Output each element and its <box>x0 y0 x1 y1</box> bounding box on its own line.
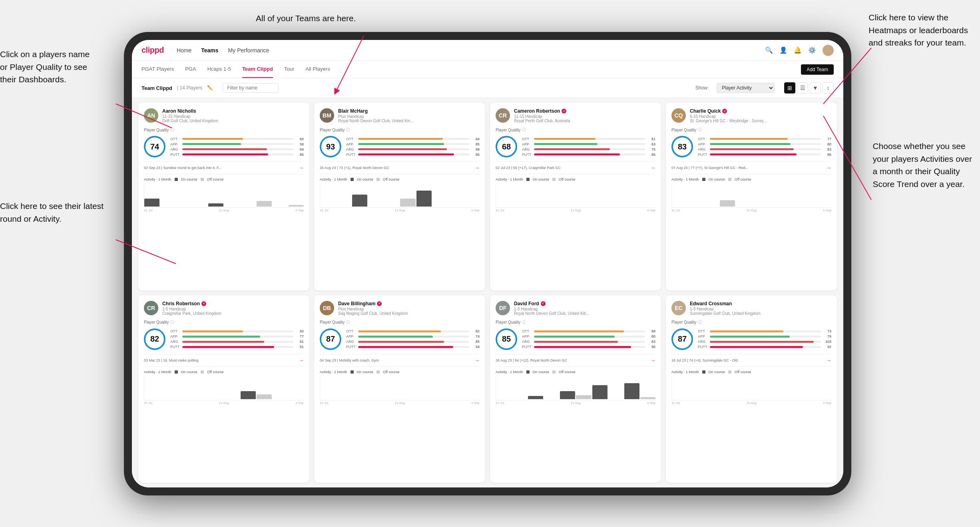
player-card[interactable]: BM Blair McHarg Plus Handicap Royal Nort… <box>314 103 485 290</box>
quality-label: Player Quality ⓘ <box>671 127 831 133</box>
subnav-all-players[interactable]: All Players <box>305 61 330 78</box>
quality-content[interactable]: 87 OTT 73 APP 79 ARG 103 PU <box>671 328 831 350</box>
activity-section: Activity · 1 Month On course Off course … <box>144 366 304 405</box>
activity-chart <box>144 376 304 400</box>
quality-score[interactable]: 82 <box>144 328 165 350</box>
recent-arrow[interactable]: → <box>299 165 304 171</box>
tablet-screen: clippd Home Teams My Performance 🔍 👤 🔔 ⚙… <box>132 40 843 487</box>
edit-icon[interactable]: ✏️ <box>207 85 213 91</box>
quality-score[interactable]: 87 <box>671 328 693 350</box>
player-card[interactable]: DF David Ford ✓ 1-5 Handicap Royal North… <box>490 295 661 483</box>
nav-right: 🔍 👤 🔔 ⚙️ <box>765 45 834 56</box>
player-name[interactable]: Chris Robertson ✓ <box>162 301 304 306</box>
recent-arrow[interactable]: → <box>475 358 480 363</box>
on-course-label: On course <box>181 370 198 374</box>
player-name[interactable]: Aaron Nicholls <box>162 108 304 114</box>
user-icon[interactable]: 👤 <box>779 46 787 54</box>
avatar[interactable] <box>823 45 834 56</box>
settings-icon[interactable]: ⚙️ <box>808 46 816 54</box>
grid-view-button[interactable]: ⊞ <box>784 82 795 93</box>
quality-content[interactable]: 83 OTT 77 APP 80 ARG 83 PUT <box>671 136 831 157</box>
quality-score[interactable]: 83 <box>671 136 693 157</box>
subnav-team-clippd[interactable]: Team Clippd <box>242 61 273 78</box>
stat-ott: OTT 61 <box>522 137 655 141</box>
recent-arrow[interactable]: → <box>651 165 655 171</box>
subnav-pgat[interactable]: PGAT Players <box>141 61 174 78</box>
off-course-label: Off course <box>735 177 751 181</box>
recent-arrow[interactable]: → <box>475 165 480 171</box>
stat-app: APP 63 <box>522 142 655 146</box>
nav-my-performance[interactable]: My Performance <box>228 46 269 55</box>
recent-arrow[interactable]: → <box>827 358 831 363</box>
recent-arrow[interactable]: → <box>651 358 655 363</box>
date-start: 31 Jul <box>496 401 504 405</box>
quality-score[interactable]: 93 <box>320 136 341 157</box>
player-handicap: 11-15 Handicap <box>514 114 655 119</box>
on-course-dot <box>526 370 530 374</box>
add-team-button[interactable]: Add Team <box>801 64 834 75</box>
activity-chart <box>496 376 655 400</box>
date-mid: 21 Aug <box>395 209 405 212</box>
recent-round[interactable]: 02 Jul 23 | 59 (+17), Craigmillar Park G… <box>496 161 655 171</box>
quality-content[interactable]: 85 OTT 89 APP 80 ARG 83 PUT <box>496 328 655 350</box>
player-name[interactable]: Blair McHarg <box>338 108 480 114</box>
recent-round[interactable]: 07 Aug 23 | 77 (+7), St George's Hill GC… <box>671 161 831 171</box>
quality-content[interactable]: 74 OTT 60 APP 58 ARG 84 PUT <box>144 136 304 157</box>
nav-home[interactable]: Home <box>177 46 191 55</box>
recent-round[interactable]: 26 Aug 23 | 73 (+1), Royal North Devon G… <box>320 161 480 171</box>
activity-label: Activity · 1 Month <box>144 370 171 374</box>
subnav-hcaps[interactable]: Hcaps 1-5 <box>207 61 231 78</box>
player-name[interactable]: Edward Crossman <box>690 301 831 306</box>
quality-content[interactable]: 93 OTT 84 APP 85 ARG 88 PUT <box>320 136 480 157</box>
stat-ott: OTT 89 <box>522 329 655 333</box>
player-name[interactable]: Charlie Quick ✓ <box>690 108 831 114</box>
player-name[interactable]: Dave Billingham ✓ <box>338 301 480 306</box>
stat-putt: PUTT 94 <box>346 345 480 349</box>
activity-section: Activity · 1 Month On course Off course … <box>496 366 655 405</box>
player-name[interactable]: Cameron Robertson ✓ <box>514 108 655 114</box>
search-icon[interactable]: 🔍 <box>765 46 773 54</box>
recent-arrow[interactable]: → <box>827 165 831 171</box>
recent-round[interactable]: 02 Sep 23 | Sundew round to get back int… <box>144 161 304 171</box>
filter-input[interactable] <box>223 83 279 93</box>
off-course-dot <box>376 370 380 374</box>
date-end: 4 Sep <box>471 401 480 405</box>
quality-score[interactable]: 87 <box>320 328 341 350</box>
sort-view-button[interactable]: ↕ <box>823 82 834 93</box>
player-handicap: 6-10 Handicap <box>690 114 831 119</box>
nav-teams[interactable]: Teams <box>201 46 218 55</box>
list-view-button[interactable]: ☰ <box>797 82 808 93</box>
recent-round[interactable]: 04 Sep 23 | Mobility with coach, Gym → <box>320 354 480 363</box>
recent-round[interactable]: 03 Mar 23 | 19, Must make putting → <box>144 354 304 363</box>
stat-ott: OTT 82 <box>346 329 480 333</box>
quality-content[interactable]: 68 OTT 61 APP 63 ARG 75 PUT <box>496 136 655 157</box>
subnav-tour[interactable]: Tour <box>284 61 294 78</box>
quality-content[interactable]: 87 OTT 82 APP 74 ARG 85 PUT <box>320 328 480 350</box>
player-card[interactable]: EC Edward Crossman 1-5 Handicap Sunningd… <box>666 295 837 483</box>
recent-round[interactable]: 26 Aug 23 | 84 (+12), Royal North Devon … <box>496 354 655 363</box>
quality-score[interactable]: 74 <box>144 136 165 157</box>
player-card[interactable]: AN Aaron Nicholls 11-15 Handicap Drift G… <box>138 103 309 290</box>
player-card[interactable]: DB Dave Billingham ✓ Plus Handicap Sag M… <box>314 295 485 483</box>
player-club: Sunningdale Golf Club, United Kingdom <box>690 311 831 316</box>
activity-header: Activity · 1 Month On course Off course <box>320 177 480 181</box>
player-card[interactable]: CR Chris Robertson ✓ 1-5 Handicap Craigm… <box>138 295 309 483</box>
subnav-pga[interactable]: PGA <box>185 61 196 78</box>
date-mid: 21 Aug <box>747 209 757 212</box>
quality-score[interactable]: 85 <box>496 328 517 350</box>
quality-label: Player Quality ⓘ <box>320 127 480 133</box>
player-card[interactable]: CQ Charlie Quick ✓ 6-10 Handicap St. Geo… <box>666 103 837 290</box>
quality-score[interactable]: 68 <box>496 136 517 157</box>
bell-icon[interactable]: 🔔 <box>794 46 802 54</box>
recent-arrow[interactable]: → <box>299 358 304 363</box>
stat-ott: OTT 60 <box>170 329 304 333</box>
off-course-dot <box>728 370 731 374</box>
recent-round[interactable]: 18 Jul 23 | 74 (+4), Sunningdale GC - Ol… <box>671 354 831 363</box>
show-select[interactable]: Player Activity Quality Score Trend <box>717 83 775 93</box>
quality-content[interactable]: 82 OTT 60 APP 77 ARG 81 PUT <box>144 328 304 350</box>
player-name[interactable]: David Ford ✓ <box>514 301 655 306</box>
player-card[interactable]: CR Cameron Robertson ✓ 11-15 Handicap Ro… <box>490 103 661 290</box>
filter-view-button[interactable]: ▼ <box>810 82 821 93</box>
off-course-label: Off course <box>383 177 399 181</box>
activity-label: Activity · 1 Month <box>320 177 347 181</box>
